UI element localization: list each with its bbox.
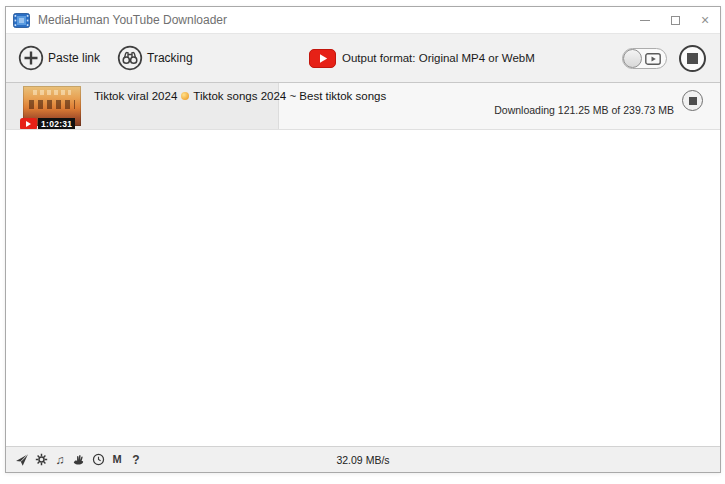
tracking-button[interactable]: Tracking [117, 45, 193, 71]
toolbar-right-controls [622, 34, 706, 82]
download-speed: 32.09 MB/s [336, 454, 389, 466]
output-format-label: Output format: Original MP4 or WebM [342, 52, 535, 64]
clock-icon [92, 453, 105, 466]
mediahuman-site-button[interactable]: M [110, 452, 124, 467]
gear-icon [35, 453, 48, 466]
donate-hand-icon [72, 453, 86, 467]
maximize-button[interactable] [660, 7, 690, 33]
preferences-button[interactable] [34, 452, 48, 467]
paste-link-label: Paste link [48, 51, 100, 65]
toggle-knob [623, 49, 642, 68]
video-title: Tiktok viral 2024Tiktok songs 2024 ~ Bes… [94, 90, 386, 102]
paste-link-button[interactable]: Paste link [18, 45, 100, 71]
question-mark-icon: ? [132, 454, 139, 466]
statusbar-icons: ♫ M ? [15, 452, 143, 467]
output-format-selector[interactable]: Output format: Original MP4 or WebM [309, 34, 535, 82]
tracking-label: Tracking [147, 51, 193, 65]
download-item-row[interactable]: 1:02:31 Tiktok viral 2024Tiktok songs 20… [6, 83, 720, 130]
music-note-icon: ♫ [56, 454, 65, 466]
scheduler-button[interactable] [91, 452, 105, 467]
itunes-music-button[interactable]: ♫ [53, 452, 67, 467]
window-title: MediaHuman YouTube Downloader [38, 13, 227, 27]
titlebar: MediaHuman YouTube Downloader × [6, 7, 720, 34]
download-list-empty-area [6, 130, 720, 446]
maximize-icon [671, 16, 680, 25]
close-icon: × [701, 13, 709, 27]
fire-emoji-icon [181, 92, 189, 100]
app-icon [13, 13, 30, 28]
stop-icon [687, 53, 698, 64]
download-status-text: Downloading 121.25 MB of 239.73 MB [494, 104, 674, 116]
video-thumbnail: 1:02:31 [23, 86, 81, 126]
plus-circle-icon [18, 45, 44, 71]
toolbar: Paste link Tracking Output format: Origi… [6, 34, 720, 83]
stop-download-button[interactable] [682, 90, 703, 111]
statusbar: ♫ M ? 32.09 MB/s [6, 446, 720, 472]
mediahuman-logo-icon: M [112, 454, 121, 465]
stop-all-button[interactable] [679, 45, 706, 72]
thumbnail-art [29, 100, 75, 109]
thumbnail-art [33, 90, 71, 95]
downloads-active-toggle[interactable] [622, 48, 667, 69]
video-duration: 1:02:31 [38, 118, 75, 130]
youtube-badge-icon [20, 118, 37, 130]
stop-icon [689, 97, 697, 105]
help-button[interactable]: ? [129, 452, 143, 467]
paper-plane-icon [15, 453, 29, 467]
feedback-paper-plane-button[interactable] [15, 452, 29, 467]
donate-button[interactable] [72, 452, 86, 467]
close-button[interactable]: × [690, 7, 720, 33]
binoculars-icon [117, 45, 143, 71]
app-window: MediaHuman YouTube Downloader × Paste li… [5, 6, 721, 473]
video-player-icon [645, 53, 661, 65]
minimize-button[interactable] [630, 7, 660, 33]
window-controls: × [630, 7, 720, 33]
minimize-icon [640, 20, 650, 21]
youtube-icon [309, 49, 336, 68]
